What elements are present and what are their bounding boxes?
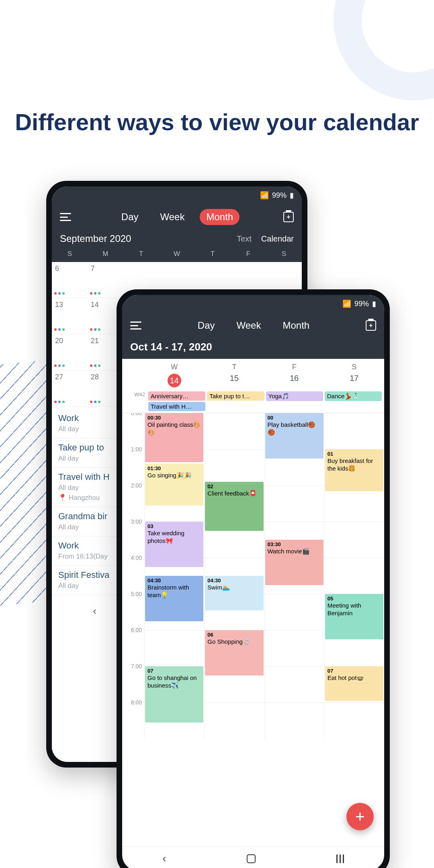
- calendar-event[interactable]: 03Take wedding photos🎀: [145, 522, 203, 567]
- tab-month[interactable]: Month: [200, 209, 240, 225]
- hour-label: 5:00: [122, 591, 144, 627]
- status-bar: 📶 99% ▮: [122, 295, 384, 313]
- prev-icon[interactable]: ‹: [93, 605, 96, 617]
- hour-label: 2:00: [122, 482, 144, 518]
- calendar-event[interactable]: 00Play basketball🏀🏀: [265, 413, 323, 459]
- event-title: Go to shanghai on business✈️: [147, 674, 197, 689]
- wifi-icon: 📶: [260, 191, 269, 200]
- tab-day[interactable]: Day: [115, 209, 145, 225]
- nav-recents-icon[interactable]: [336, 854, 344, 863]
- dow-cell: W: [144, 363, 204, 371]
- allday-pill[interactable]: Yoga🎵: [266, 391, 323, 401]
- hour-label: 6:00: [122, 627, 144, 663]
- dow-cell: T: [123, 250, 159, 258]
- event-title: Eat hot pot🍲: [328, 674, 364, 681]
- calendar-event[interactable]: 05Meeting with Benjamin: [325, 594, 383, 639]
- time-slot[interactable]: [204, 449, 264, 485]
- today-icon[interactable]: [366, 320, 376, 331]
- allday-pill[interactable]: Take pup to t…: [207, 391, 264, 401]
- wifi-icon: 📶: [342, 299, 351, 308]
- month-title: September 2020: [60, 233, 131, 244]
- hour-label: 0:00: [122, 413, 144, 446]
- daynum-cell[interactable]: 15: [204, 374, 264, 387]
- daynum-cell[interactable]: 16: [264, 374, 324, 387]
- time-slot[interactable]: [324, 413, 384, 449]
- event-time: 03: [147, 523, 201, 530]
- menu-icon[interactable]: [130, 321, 141, 330]
- time-slot[interactable]: [144, 630, 204, 666]
- toggle-calendar[interactable]: Calendar: [261, 234, 294, 244]
- calendar-event[interactable]: 03:30Watch movie🎬: [265, 540, 323, 585]
- calendar-event[interactable]: 00:30Oil painting class🎨🎨: [145, 413, 203, 462]
- today-icon[interactable]: [283, 212, 294, 222]
- app-bar: Day Week Month: [52, 204, 302, 230]
- event-time: 06: [207, 632, 261, 638]
- time-grid[interactable]: 0:001:002:003:004:005:006:007:008:0000:3…: [122, 413, 384, 846]
- time-slot[interactable]: [204, 702, 264, 739]
- week-label: W42: [125, 391, 147, 411]
- calendar-event[interactable]: 06Go Shopping💍: [205, 630, 263, 676]
- dow-cell: S: [52, 250, 88, 258]
- allday-pill[interactable]: Anniversary…: [148, 391, 205, 401]
- event-time: 01: [328, 451, 381, 457]
- calendar-event[interactable]: 07Go to shanghai on business✈️: [145, 666, 203, 723]
- calendar-event[interactable]: 04:30Brainstorm with team💡: [145, 576, 203, 621]
- time-slot[interactable]: [264, 666, 324, 702]
- daynum-cell[interactable]: 17: [324, 374, 384, 387]
- allday-pill[interactable]: Dance💃🕺: [325, 391, 382, 401]
- event-time: 01:30: [147, 465, 201, 472]
- nav-back-icon[interactable]: ‹: [162, 852, 166, 865]
- time-slot[interactable]: [264, 702, 324, 739]
- allday-pill[interactable]: Travel with H…: [148, 402, 205, 411]
- time-slot[interactable]: [324, 558, 384, 594]
- event-time: 02: [207, 483, 261, 490]
- event-time: 03:30: [268, 541, 321, 548]
- dow-cell: F: [264, 363, 324, 371]
- daynum-cell[interactable]: 14: [144, 374, 204, 387]
- dow-cell: S: [324, 363, 384, 371]
- event-title: Go singing🎉🎉: [147, 472, 192, 479]
- event-title: Buy breakfast for the kids🍔: [328, 457, 373, 472]
- month-cell[interactable]: 6: [52, 262, 88, 298]
- week-daynum-row: 14151617: [122, 374, 384, 391]
- month-cell[interactable]: 20: [52, 334, 88, 371]
- view-tabs: Day Week Month: [78, 209, 276, 225]
- calendar-event[interactable]: 01:30Go singing🎉🎉: [145, 464, 203, 506]
- time-slot[interactable]: [264, 485, 324, 522]
- event-title: Swim🏊: [207, 584, 230, 591]
- dow-cell: F: [230, 250, 266, 258]
- calendar-event[interactable]: 02Client feedback📮: [205, 482, 263, 531]
- event-title: Brainstorm with team💡: [147, 584, 189, 598]
- week-dow-row: WTFS: [122, 359, 384, 374]
- toggle-text[interactable]: Text: [237, 234, 252, 244]
- month-cell[interactable]: 27: [52, 371, 88, 407]
- tab-week[interactable]: Week: [154, 209, 191, 225]
- time-slot[interactable]: [324, 702, 384, 739]
- view-tabs: Day Week Month: [149, 317, 358, 334]
- event-title: Go Shopping💍: [207, 638, 250, 645]
- android-nav: ‹: [122, 846, 384, 868]
- page-headline: Different ways to view your calendar: [0, 108, 434, 135]
- nav-home-icon[interactable]: [247, 854, 256, 863]
- time-slot[interactable]: [204, 413, 264, 449]
- calendar-event[interactable]: 04:30Swim🏊: [205, 576, 263, 610]
- tab-day[interactable]: Day: [191, 317, 221, 334]
- calendar-event[interactable]: 07Eat hot pot🍲: [325, 666, 383, 701]
- calendar-event[interactable]: 01Buy breakfast for the kids🍔: [325, 449, 383, 491]
- menu-icon[interactable]: [60, 213, 71, 221]
- month-cell[interactable]: 7: [88, 262, 123, 298]
- battery-label: 99%: [272, 191, 287, 200]
- month-cell[interactable]: 13: [52, 298, 88, 334]
- add-event-fab[interactable]: +: [346, 803, 374, 830]
- event-title: Take wedding photos🎀: [147, 530, 184, 544]
- dow-cell: T: [204, 363, 264, 371]
- tab-month[interactable]: Month: [276, 317, 316, 334]
- status-bar: 📶 99% ▮: [52, 186, 302, 204]
- time-slot[interactable]: [264, 594, 324, 630]
- battery-icon: ▮: [290, 191, 294, 200]
- tab-week[interactable]: Week: [230, 317, 268, 334]
- time-slot[interactable]: [264, 630, 324, 666]
- hour-label: 3:00: [122, 518, 144, 555]
- time-slot[interactable]: [324, 522, 384, 558]
- event-time: 07: [328, 668, 381, 674]
